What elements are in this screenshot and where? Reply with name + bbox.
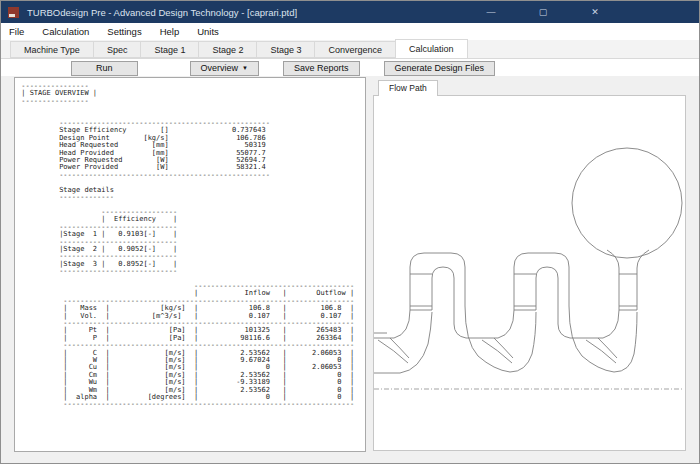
maximize-icon[interactable]: ▢ bbox=[529, 1, 557, 23]
impeller3-blade-edges bbox=[586, 338, 617, 363]
stage1-2-crossover bbox=[454, 310, 514, 338]
inlet-channel bbox=[374, 310, 410, 338]
save-reports-button[interactable]: Save Reports bbox=[283, 61, 360, 76]
tab-flow-path[interactable]: Flow Path bbox=[378, 80, 438, 96]
stage1-inner-notch bbox=[432, 267, 454, 324]
overview-dropdown[interactable]: Overview▼ bbox=[190, 61, 259, 76]
menu-settings[interactable]: Settings bbox=[98, 26, 150, 37]
stage1-return-arch bbox=[410, 253, 465, 310]
menu-help[interactable]: Help bbox=[151, 26, 189, 37]
tab-stage-3[interactable]: Stage 3 bbox=[256, 41, 315, 58]
tab-spec[interactable]: Spec bbox=[93, 41, 142, 58]
main-tab-strip: Machine Type Spec Stage 1 Stage 2 Stage … bbox=[1, 40, 699, 59]
tab-stage-1[interactable]: Stage 1 bbox=[140, 41, 199, 58]
flow-path-diagram bbox=[374, 96, 685, 450]
run-button[interactable]: Run bbox=[71, 61, 138, 76]
chevron-down-icon: ▼ bbox=[242, 65, 248, 71]
content-area: ---------------- | STAGE OVERVIEW | ----… bbox=[1, 76, 699, 463]
generate-design-files-button[interactable]: Generate Design Files bbox=[384, 61, 496, 76]
flow-path-panel bbox=[373, 95, 686, 451]
app-window: TURBOdesign Pre - Advanced Design Techno… bbox=[0, 0, 700, 464]
stage-overview-report-panel[interactable]: ---------------- | STAGE OVERVIEW | ----… bbox=[14, 77, 366, 452]
titlebar: TURBOdesign Pre - Advanced Design Techno… bbox=[1, 1, 699, 23]
menu-units[interactable]: Units bbox=[188, 26, 228, 37]
menu-bar: File Calculation Settings Help Units bbox=[1, 23, 699, 40]
tab-machine-type[interactable]: Machine Type bbox=[10, 41, 94, 58]
minimize-icon[interactable]: — bbox=[477, 1, 505, 23]
volute-circle bbox=[572, 148, 682, 258]
volute-neck bbox=[607, 250, 649, 310]
menu-file[interactable]: File bbox=[1, 26, 33, 37]
tab-calculation[interactable]: Calculation bbox=[395, 39, 468, 58]
vane-row-ticks bbox=[410, 274, 637, 310]
impeller2-blade-edges bbox=[482, 338, 513, 363]
impeller2-bowl bbox=[465, 306, 536, 372]
stage-overview-report: ---------------- | STAGE OVERVIEW | ----… bbox=[15, 78, 365, 409]
window-title: TURBOdesign Pre - Advanced Design Techno… bbox=[27, 7, 297, 18]
close-icon[interactable]: ✕ bbox=[581, 1, 609, 23]
impeller3-bowl bbox=[569, 306, 637, 372]
stage2-return-arch bbox=[514, 253, 569, 310]
stage2-3-crossover bbox=[558, 310, 619, 338]
tab-convergence[interactable]: Convergence bbox=[314, 41, 396, 58]
menu-calculation[interactable]: Calculation bbox=[33, 26, 98, 37]
impeller1-blade-edges bbox=[378, 338, 409, 363]
app-icon bbox=[8, 7, 19, 18]
stage2-inner-notch bbox=[536, 267, 558, 324]
overview-label: Overview bbox=[201, 63, 239, 73]
tab-stage-2[interactable]: Stage 2 bbox=[198, 41, 257, 58]
